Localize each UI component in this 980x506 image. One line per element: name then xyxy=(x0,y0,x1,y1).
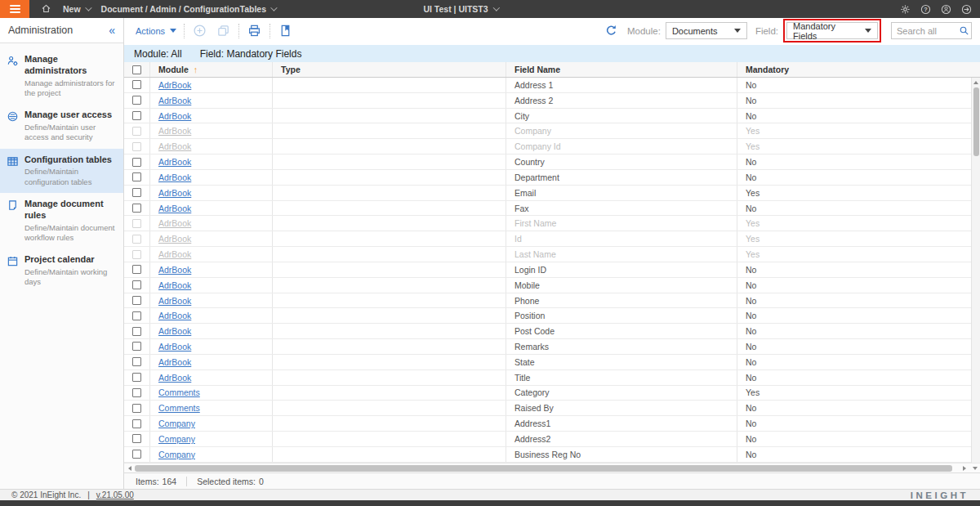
profile-button[interactable] xyxy=(940,3,951,15)
module-link[interactable]: AdrBook xyxy=(158,218,191,228)
column-header-mandatory[interactable]: Mandatory xyxy=(737,62,980,77)
main-menu-button[interactable] xyxy=(0,0,29,18)
field-name-cell: Mobile xyxy=(506,278,737,293)
module-link[interactable]: Comments xyxy=(158,403,200,413)
field-select[interactable]: Mandatory Fields xyxy=(786,22,878,39)
module-link[interactable]: AdrBook xyxy=(158,126,191,136)
sidebar-item-project-calendar[interactable]: Project calendar Define/Maintain working… xyxy=(0,249,123,293)
print-button[interactable] xyxy=(247,23,262,38)
row-checkbox[interactable] xyxy=(132,265,141,274)
scroll-left-button[interactable] xyxy=(124,463,135,473)
row-checkbox[interactable] xyxy=(132,96,141,105)
refresh-button[interactable] xyxy=(604,23,619,38)
module-link[interactable]: AdrBook xyxy=(158,373,191,383)
row-checkbox[interactable] xyxy=(132,373,141,382)
module-link[interactable]: Comments xyxy=(158,387,200,397)
search-button[interactable] xyxy=(956,25,971,36)
help-button[interactable]: ? xyxy=(920,3,931,15)
row-checkbox[interactable] xyxy=(132,404,141,413)
sidebar-item-manage-document-rules[interactable]: Manage document rules Define/Maintain do… xyxy=(0,193,123,249)
module-link[interactable]: AdrBook xyxy=(158,111,191,121)
copy-button[interactable] xyxy=(216,23,231,38)
sidebar-item-manage-user-access[interactable]: Manage user access Define/Maintain user … xyxy=(0,104,123,148)
bottom-dark-strip xyxy=(0,500,980,506)
horizontal-scrollbar[interactable] xyxy=(124,463,980,472)
row-checkbox[interactable] xyxy=(132,204,141,213)
table-row: AdrBook Login ID No xyxy=(124,262,971,278)
search-input[interactable] xyxy=(892,26,956,36)
module-link[interactable]: AdrBook xyxy=(158,234,191,244)
row-checkbox[interactable] xyxy=(132,235,141,244)
module-link[interactable]: AdrBook xyxy=(158,249,191,259)
vertical-scrollbar-thumb[interactable] xyxy=(973,87,979,156)
scroll-right-button[interactable] xyxy=(959,463,969,473)
row-checkbox[interactable] xyxy=(132,172,141,181)
new-menu[interactable]: New xyxy=(63,4,90,14)
module-link[interactable]: AdrBook xyxy=(158,296,191,306)
row-checkbox[interactable] xyxy=(132,280,141,289)
horizontal-scrollbar-thumb[interactable] xyxy=(135,465,952,472)
home-button[interactable] xyxy=(41,3,51,16)
actions-menu-button[interactable]: Actions xyxy=(136,26,176,36)
type-cell xyxy=(273,93,506,108)
plus-circle-icon xyxy=(193,24,207,38)
row-checkbox[interactable] xyxy=(132,188,141,197)
logout-button[interactable] xyxy=(960,3,972,15)
module-link[interactable]: AdrBook xyxy=(158,96,191,105)
row-checkbox[interactable] xyxy=(132,142,141,151)
mandatory-cell: No xyxy=(737,170,971,185)
row-checkbox[interactable] xyxy=(132,419,141,428)
module-link[interactable]: Company xyxy=(158,419,195,428)
scroll-down-button[interactable] xyxy=(969,467,980,470)
row-checkbox[interactable] xyxy=(132,127,141,136)
module-link[interactable]: AdrBook xyxy=(158,357,191,367)
type-cell xyxy=(273,247,506,262)
column-header-module[interactable]: Module ↑ xyxy=(150,62,273,77)
breadcrumb[interactable]: Document / Admin / ConfigurationTables xyxy=(101,4,275,14)
column-header-type[interactable]: Type xyxy=(273,62,506,77)
module-link[interactable]: AdrBook xyxy=(158,157,191,167)
row-checkbox[interactable] xyxy=(132,250,141,259)
module-link[interactable]: AdrBook xyxy=(158,188,191,198)
row-checkbox[interactable] xyxy=(132,158,141,167)
row-checkbox[interactable] xyxy=(132,388,141,397)
version-link[interactable]: v.21.05.00 xyxy=(96,490,134,499)
row-checkbox[interactable] xyxy=(132,80,141,89)
sidebar-collapse-button[interactable]: « xyxy=(109,24,115,37)
row-checkbox[interactable] xyxy=(132,296,141,305)
module-link[interactable]: AdrBook xyxy=(158,342,191,352)
select-all-checkbox[interactable] xyxy=(132,65,141,74)
module-link[interactable]: AdrBook xyxy=(158,141,191,151)
mandatory-cell: No xyxy=(737,308,971,323)
module-link[interactable]: AdrBook xyxy=(158,326,191,336)
module-link[interactable]: Company xyxy=(158,434,195,444)
module-link[interactable]: AdrBook xyxy=(158,172,191,182)
sidebar-item-configuration-tables[interactable]: Configuration tables Define/Maintain con… xyxy=(0,149,123,193)
row-checkbox[interactable] xyxy=(132,357,141,366)
sidebar-item-manage-administrators[interactable]: Manage administrators Manage administrat… xyxy=(0,48,123,104)
row-checkbox[interactable] xyxy=(132,450,141,459)
module-link[interactable]: AdrBook xyxy=(158,204,191,213)
mandatory-cell: Yes xyxy=(737,123,971,138)
module-link[interactable]: AdrBook xyxy=(158,265,191,275)
module-select[interactable]: Documents xyxy=(666,22,747,39)
add-button[interactable] xyxy=(192,23,207,38)
vertical-scrollbar[interactable] xyxy=(971,78,980,463)
export-document-button[interactable] xyxy=(278,23,293,38)
row-checkbox[interactable] xyxy=(132,342,141,351)
settings-button[interactable] xyxy=(899,3,911,15)
field-name-cell: Company Id xyxy=(506,139,737,154)
scroll-up-button[interactable] xyxy=(972,78,980,87)
row-checkbox[interactable] xyxy=(132,434,141,443)
row-checkbox[interactable] xyxy=(132,219,141,228)
module-link[interactable]: AdrBook xyxy=(158,80,191,90)
module-link[interactable]: Company xyxy=(158,450,195,459)
row-checkbox[interactable] xyxy=(132,327,141,336)
module-link[interactable]: AdrBook xyxy=(158,280,191,290)
row-checkbox[interactable] xyxy=(132,111,141,120)
project-selector[interactable]: UI Test | UITST3 xyxy=(423,4,497,14)
module-link[interactable]: AdrBook xyxy=(158,311,191,320)
column-header-field-name[interactable]: Field Name xyxy=(506,62,737,77)
row-checkbox[interactable] xyxy=(132,311,141,320)
selected-items-count: 0 xyxy=(259,477,264,486)
